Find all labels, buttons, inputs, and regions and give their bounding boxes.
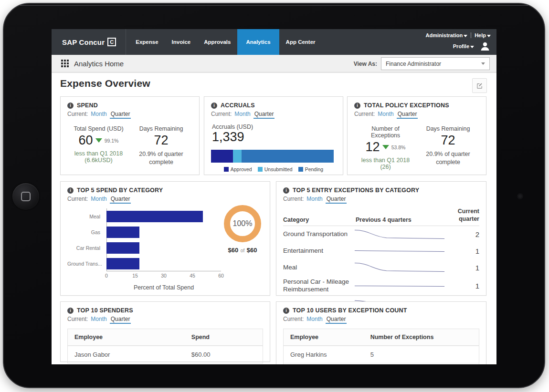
- quarter-link[interactable]: Quarter: [326, 316, 347, 324]
- legend-swatch-approved: [224, 167, 229, 172]
- divider: [471, 32, 471, 38]
- days-remaining-metric: Days Remaining 72 20.9% of quarter compl…: [417, 125, 479, 170]
- segment-pending: [242, 150, 334, 163]
- info-icon[interactable]: i: [283, 187, 289, 194]
- quarter-link[interactable]: Quarter: [110, 196, 131, 204]
- sap-concur-logo[interactable]: SAP Concur C: [52, 29, 126, 55]
- administration-menu[interactable]: Administration: [426, 32, 468, 38]
- screen: SAP Concur C Expense Invoice Approvals A…: [52, 29, 496, 364]
- avatar[interactable]: [479, 41, 491, 52]
- card-top5-entry-exceptions: i TOP 5 ENTRY EXCEPTIONS BY CATEGORY Cur…: [276, 181, 486, 296]
- x-axis-label: Percent of Total Spend: [106, 284, 221, 291]
- brand-text: SAP Concur: [62, 38, 105, 46]
- legend-swatch-unsubmitted: [258, 167, 263, 172]
- view-as-dropdown[interactable]: Finance Administrator: [381, 57, 490, 70]
- edit-dashboard-button[interactable]: [472, 78, 487, 93]
- legend-label: Pending: [305, 166, 324, 172]
- table-row: Personal Car - Mileage Reimbursement 1: [283, 276, 479, 296]
- current-label: Current:: [354, 111, 375, 117]
- spend-donut: 100% $60 of $60: [224, 205, 261, 254]
- exception-users-table: Employee Number of Exceptions Greg Harki…: [283, 329, 479, 364]
- current-label: Current:: [67, 316, 88, 322]
- analytics-home-bar: Analytics Home View As: Finance Administ…: [52, 55, 496, 72]
- grid-menu-icon[interactable]: [61, 60, 69, 67]
- trend-down-icon: [382, 145, 389, 149]
- view-as-label: View As:: [354, 61, 377, 67]
- caret-down-icon: [470, 46, 474, 48]
- card-title: TOP 5 ENTRY EXCEPTIONS BY CATEGORY: [293, 187, 419, 194]
- info-icon[interactable]: i: [211, 103, 217, 109]
- bar-label: Car Rental: [67, 245, 104, 251]
- stage: SAP Concur C Expense Invoice Approvals A…: [0, 0, 549, 392]
- card-title: TOP 10 USERS BY EXCEPTION COUNT: [293, 307, 407, 314]
- view-as-group: View As: Finance Administrator: [354, 55, 490, 72]
- info-icon[interactable]: i: [67, 103, 74, 109]
- card-accruals: i ACCRUALS Current: Month Quarter Accrua…: [204, 96, 343, 175]
- card-title: SPEND: [77, 102, 98, 109]
- month-link[interactable]: Month: [91, 316, 106, 322]
- table-header: Employee Number of Exceptions: [284, 329, 479, 346]
- info-icon[interactable]: i: [354, 103, 360, 109]
- days-remaining-value: 72: [441, 133, 455, 148]
- exceptions-count-value: 12: [366, 140, 380, 155]
- profile-menu[interactable]: Profile: [453, 43, 474, 49]
- quarter-link[interactable]: Quarter: [253, 111, 275, 119]
- caret-down-icon: [487, 35, 491, 37]
- legend-swatch-pending: [298, 167, 303, 172]
- comparison-note: less than Q1 2018 (26): [357, 157, 414, 170]
- quarter-link[interactable]: Quarter: [397, 111, 418, 119]
- card-total-policy-exceptions: i TOTAL POLICY EXCEPTIONS Current: Month…: [347, 96, 486, 175]
- days-remaining-value: 72: [154, 133, 168, 148]
- quarter-link[interactable]: Quarter: [110, 111, 131, 119]
- help-menu[interactable]: Help: [475, 32, 491, 38]
- current-label: Current:: [67, 196, 88, 202]
- donut-percentage: 100%: [233, 219, 253, 228]
- card-top10-spenders: i TOP 10 SPENDERS Current: Month Quarter…: [60, 301, 270, 362]
- table-row: Ground Transportation 2: [283, 226, 479, 243]
- analytics-home-title: Analytics Home: [74, 60, 124, 68]
- legend-label: Unsubmitted: [264, 166, 293, 172]
- caret-down-icon: [464, 35, 467, 37]
- days-remaining-metric: Days Remaining 72 20.9% of quarter compl…: [130, 125, 192, 166]
- info-icon[interactable]: i: [283, 308, 289, 314]
- edit-pencil-icon: [476, 82, 483, 89]
- bar-label: Gas: [67, 229, 104, 235]
- table-row: Jason Gabor 4: [284, 363, 479, 364]
- month-link[interactable]: Month: [306, 196, 322, 202]
- quarter-link[interactable]: Quarter: [326, 196, 347, 204]
- card-top10-users-by-exception: i TOP 10 USERS BY EXCEPTION COUNT Curren…: [276, 301, 486, 364]
- view-as-value: Finance Administrator: [386, 61, 441, 67]
- table-header: Employee Spend: [68, 329, 263, 346]
- info-icon[interactable]: i: [67, 187, 74, 194]
- page-title: Expense Overview: [60, 78, 150, 89]
- total-spend-value: 60: [79, 133, 93, 148]
- tab-analytics[interactable]: Analytics: [237, 29, 279, 55]
- spend-category-bar-chart: Meal Gas Car Rental Ground Trans... 0 15…: [67, 208, 222, 291]
- table-row: Meal 1: [283, 259, 479, 276]
- tab-approvals[interactable]: Approvals: [197, 29, 237, 55]
- month-link[interactable]: Month: [306, 316, 322, 322]
- tab-invoice[interactable]: Invoice: [165, 29, 198, 55]
- segment-approved: [211, 150, 233, 163]
- info-icon[interactable]: i: [67, 308, 74, 314]
- tab-expense[interactable]: Expense: [129, 29, 165, 55]
- tablet-camera-icon: [517, 194, 523, 199]
- month-link[interactable]: Month: [378, 111, 393, 117]
- comparison-note: less than Q1 2018 (6.6kUSD): [70, 150, 127, 164]
- month-link[interactable]: Month: [234, 111, 250, 117]
- tab-app-center[interactable]: App Center: [279, 29, 322, 55]
- trend-pct: 53.8%: [391, 144, 406, 150]
- month-link[interactable]: Month: [91, 111, 106, 117]
- donut-caption: $60 of $60: [224, 247, 261, 254]
- segment-unsubmitted: [233, 150, 242, 163]
- tablet-home-button[interactable]: [12, 183, 39, 210]
- current-label: Current:: [283, 316, 304, 322]
- card-top5-spend-by-category: i TOP 5 SPEND BY CATEGORY Current: Month…: [60, 181, 270, 296]
- accruals-legend: Approved Unsubmitted Pending: [211, 166, 336, 172]
- month-link[interactable]: Month: [91, 196, 106, 202]
- card-spend: i SPEND Current: Month Quarter Total Spe…: [60, 96, 200, 175]
- quarter-link[interactable]: Quarter: [110, 316, 131, 324]
- navbar-right: Administration Help Profile: [426, 29, 491, 55]
- card-title: TOP 5 SPEND BY CATEGORY: [77, 187, 163, 194]
- bar-gas: [106, 227, 139, 238]
